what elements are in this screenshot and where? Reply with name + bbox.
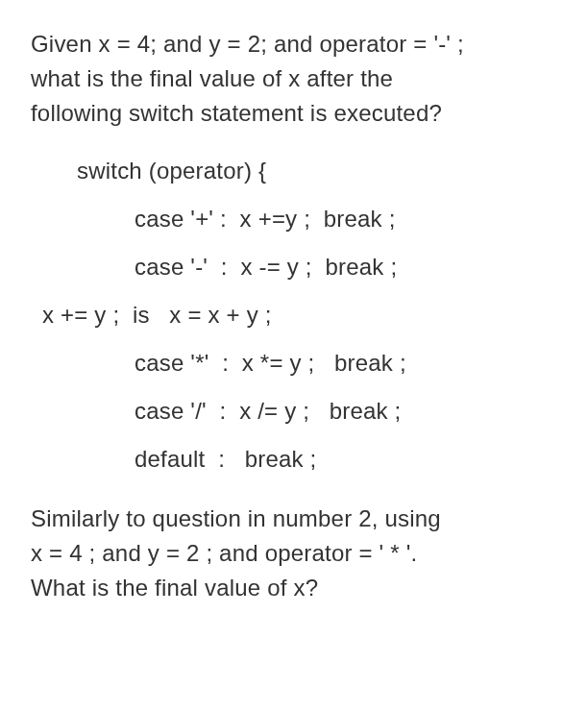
code-case-star: case '*' : x *= y ; break ;: [31, 346, 557, 380]
question-line-2: what is the final value of x after the: [31, 61, 557, 96]
question-intro: Given x = 4; and y = 2; and operator = '…: [31, 27, 557, 131]
code-switch-open: switch (operator) {: [31, 154, 557, 188]
code-case-plus: case '+' : x +=y ; break ;: [31, 202, 557, 236]
code-block: switch (operator) { case '+' : x +=y ; b…: [31, 154, 557, 477]
question-line-1: Given x = 4; and y = 2; and operator = '…: [31, 27, 557, 61]
code-case-minus: case '-' : x -= y ; break ;: [31, 250, 557, 284]
followup-line-3: What is the final value of x?: [31, 571, 557, 605]
code-note: x += y ; is x = x + y ;: [31, 298, 557, 332]
followup-line-1: Similarly to question in number 2, using: [31, 502, 557, 536]
followup-question: Similarly to question in number 2, using…: [31, 502, 557, 605]
followup-line-2: x = 4 ; and y = 2 ; and operator = ' * '…: [31, 536, 557, 571]
code-case-slash: case '/' : x /= y ; break ;: [31, 394, 557, 429]
question-line-3: following switch statement is executed?: [31, 96, 557, 131]
code-default: default : break ;: [31, 442, 557, 477]
